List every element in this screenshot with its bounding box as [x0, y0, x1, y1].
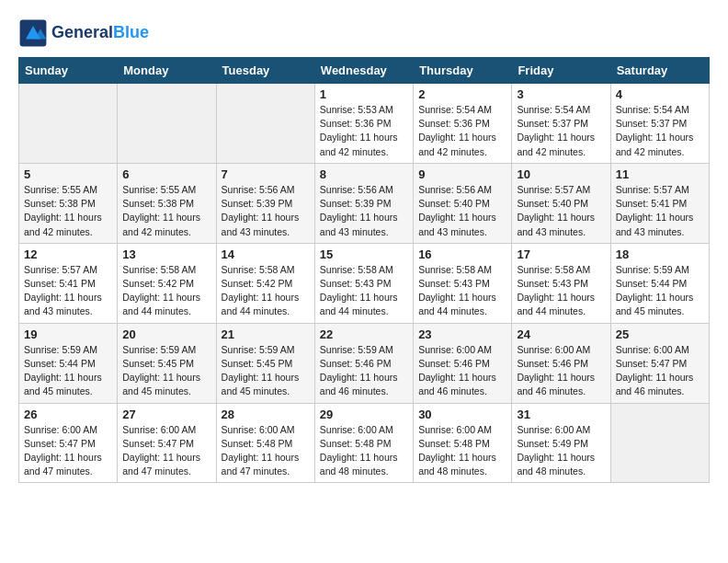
day-cell: 2Sunrise: 5:54 AM Sunset: 5:36 PM Daylig… — [414, 84, 512, 164]
day-cell: 3Sunrise: 5:54 AM Sunset: 5:37 PM Daylig… — [512, 84, 610, 164]
day-cell: 5Sunrise: 5:55 AM Sunset: 5:38 PM Daylig… — [19, 163, 118, 243]
day-cell: 7Sunrise: 5:56 AM Sunset: 5:39 PM Daylig… — [216, 163, 314, 243]
day-cell: 15Sunrise: 5:58 AM Sunset: 5:43 PM Dayli… — [314, 243, 413, 323]
day-number: 20 — [122, 327, 210, 341]
day-number: 7 — [222, 167, 310, 181]
day-content: Sunrise: 5:54 AM Sunset: 5:37 PM Dayligh… — [517, 103, 605, 159]
day-cell: 1Sunrise: 5:53 AM Sunset: 5:36 PM Daylig… — [314, 84, 413, 164]
day-cell: 6Sunrise: 5:55 AM Sunset: 5:38 PM Daylig… — [118, 163, 216, 243]
day-number: 11 — [616, 167, 704, 181]
day-content: Sunrise: 5:59 AM Sunset: 5:45 PM Dayligh… — [222, 343, 310, 399]
day-content: Sunrise: 5:55 AM Sunset: 5:38 PM Dayligh… — [122, 183, 210, 239]
day-content: Sunrise: 6:00 AM Sunset: 5:48 PM Dayligh… — [418, 423, 506, 479]
day-content: Sunrise: 5:57 AM Sunset: 5:41 PM Dayligh… — [616, 183, 704, 239]
day-content: Sunrise: 5:58 AM Sunset: 5:42 PM Dayligh… — [122, 263, 210, 319]
day-cell: 30Sunrise: 6:00 AM Sunset: 5:48 PM Dayli… — [414, 403, 512, 483]
day-content: Sunrise: 5:59 AM Sunset: 5:46 PM Dayligh… — [320, 343, 408, 399]
logo-icon — [18, 18, 48, 48]
day-content: Sunrise: 6:00 AM Sunset: 5:49 PM Dayligh… — [517, 423, 605, 479]
day-content: Sunrise: 6:00 AM Sunset: 5:46 PM Dayligh… — [418, 343, 506, 399]
day-cell — [118, 84, 216, 164]
day-cell — [610, 403, 709, 483]
day-content: Sunrise: 5:54 AM Sunset: 5:37 PM Dayligh… — [616, 103, 704, 159]
day-number: 1 — [320, 87, 408, 101]
day-number: 31 — [517, 408, 605, 421]
day-number: 24 — [517, 327, 605, 341]
day-number: 19 — [24, 327, 112, 341]
day-cell — [19, 84, 118, 164]
day-content: Sunrise: 5:53 AM Sunset: 5:36 PM Dayligh… — [320, 103, 408, 159]
day-cell: 18Sunrise: 5:59 AM Sunset: 5:44 PM Dayli… — [610, 243, 709, 323]
day-number: 3 — [517, 87, 605, 101]
day-cell: 28Sunrise: 6:00 AM Sunset: 5:48 PM Dayli… — [216, 403, 314, 483]
day-content: Sunrise: 5:59 AM Sunset: 5:44 PM Dayligh… — [24, 343, 112, 399]
day-content: Sunrise: 6:00 AM Sunset: 5:46 PM Dayligh… — [517, 343, 605, 399]
day-content: Sunrise: 5:57 AM Sunset: 5:41 PM Dayligh… — [24, 263, 112, 319]
col-header-saturday: Saturday — [610, 58, 709, 84]
day-content: Sunrise: 6:00 AM Sunset: 5:47 PM Dayligh… — [616, 343, 704, 399]
day-cell: 8Sunrise: 5:56 AM Sunset: 5:39 PM Daylig… — [314, 163, 413, 243]
day-content: Sunrise: 6:00 AM Sunset: 5:48 PM Dayligh… — [320, 423, 408, 479]
day-content: Sunrise: 6:00 AM Sunset: 5:48 PM Dayligh… — [222, 423, 310, 479]
day-number: 6 — [122, 167, 210, 181]
day-content: Sunrise: 6:00 AM Sunset: 5:47 PM Dayligh… — [24, 423, 112, 479]
day-number: 14 — [222, 247, 310, 261]
day-content: Sunrise: 5:57 AM Sunset: 5:40 PM Dayligh… — [517, 183, 605, 239]
day-cell: 24Sunrise: 6:00 AM Sunset: 5:46 PM Dayli… — [512, 323, 610, 403]
day-number: 13 — [122, 247, 210, 261]
day-number: 2 — [418, 87, 506, 101]
col-header-tuesday: Tuesday — [216, 58, 314, 84]
day-cell: 23Sunrise: 6:00 AM Sunset: 5:46 PM Dayli… — [414, 323, 512, 403]
day-cell: 12Sunrise: 5:57 AM Sunset: 5:41 PM Dayli… — [19, 243, 118, 323]
col-header-wednesday: Wednesday — [314, 58, 413, 84]
col-header-sunday: Sunday — [19, 58, 118, 84]
logo: GeneralBlue — [18, 18, 149, 48]
day-cell: 27Sunrise: 6:00 AM Sunset: 5:47 PM Dayli… — [118, 403, 216, 483]
day-cell: 4Sunrise: 5:54 AM Sunset: 5:37 PM Daylig… — [610, 84, 709, 164]
col-header-thursday: Thursday — [414, 58, 512, 84]
day-cell: 9Sunrise: 5:56 AM Sunset: 5:40 PM Daylig… — [414, 163, 512, 243]
calendar-table: SundayMondayTuesdayWednesdayThursdayFrid… — [18, 57, 710, 483]
day-cell: 29Sunrise: 6:00 AM Sunset: 5:48 PM Dayli… — [314, 403, 413, 483]
day-cell: 25Sunrise: 6:00 AM Sunset: 5:47 PM Dayli… — [610, 323, 709, 403]
day-content: Sunrise: 5:59 AM Sunset: 5:44 PM Dayligh… — [616, 263, 704, 319]
week-row-3: 12Sunrise: 5:57 AM Sunset: 5:41 PM Dayli… — [19, 243, 710, 323]
day-cell: 22Sunrise: 5:59 AM Sunset: 5:46 PM Dayli… — [314, 323, 413, 403]
day-cell — [216, 84, 314, 164]
day-content: Sunrise: 5:55 AM Sunset: 5:38 PM Dayligh… — [24, 183, 112, 239]
day-number: 26 — [24, 408, 112, 421]
day-number: 30 — [418, 408, 506, 421]
day-content: Sunrise: 6:00 AM Sunset: 5:47 PM Dayligh… — [122, 423, 210, 479]
header-row: SundayMondayTuesdayWednesdayThursdayFrid… — [19, 58, 710, 84]
col-header-monday: Monday — [118, 58, 216, 84]
day-cell: 17Sunrise: 5:58 AM Sunset: 5:43 PM Dayli… — [512, 243, 610, 323]
day-number: 27 — [122, 408, 210, 421]
day-cell: 21Sunrise: 5:59 AM Sunset: 5:45 PM Dayli… — [216, 323, 314, 403]
logo-text: GeneralBlue — [51, 24, 149, 42]
day-number: 28 — [222, 408, 310, 421]
day-content: Sunrise: 5:56 AM Sunset: 5:40 PM Dayligh… — [418, 183, 506, 239]
day-cell: 31Sunrise: 6:00 AM Sunset: 5:49 PM Dayli… — [512, 403, 610, 483]
day-number: 16 — [418, 247, 506, 261]
day-cell: 10Sunrise: 5:57 AM Sunset: 5:40 PM Dayli… — [512, 163, 610, 243]
day-cell: 13Sunrise: 5:58 AM Sunset: 5:42 PM Dayli… — [118, 243, 216, 323]
day-number: 23 — [418, 327, 506, 341]
day-cell: 11Sunrise: 5:57 AM Sunset: 5:41 PM Dayli… — [610, 163, 709, 243]
day-number: 10 — [517, 167, 605, 181]
day-number: 9 — [418, 167, 506, 181]
page-header: GeneralBlue — [18, 18, 710, 48]
day-number: 5 — [24, 167, 112, 181]
day-content: Sunrise: 5:54 AM Sunset: 5:36 PM Dayligh… — [418, 103, 506, 159]
day-number: 15 — [320, 247, 408, 261]
day-number: 21 — [222, 327, 310, 341]
day-number: 29 — [320, 408, 408, 421]
day-cell: 19Sunrise: 5:59 AM Sunset: 5:44 PM Dayli… — [19, 323, 118, 403]
week-row-5: 26Sunrise: 6:00 AM Sunset: 5:47 PM Dayli… — [19, 403, 710, 483]
day-cell: 20Sunrise: 5:59 AM Sunset: 5:45 PM Dayli… — [118, 323, 216, 403]
day-number: 12 — [24, 247, 112, 261]
day-content: Sunrise: 5:56 AM Sunset: 5:39 PM Dayligh… — [222, 183, 310, 239]
week-row-4: 19Sunrise: 5:59 AM Sunset: 5:44 PM Dayli… — [19, 323, 710, 403]
day-number: 22 — [320, 327, 408, 341]
day-cell: 26Sunrise: 6:00 AM Sunset: 5:47 PM Dayli… — [19, 403, 118, 483]
day-number: 8 — [320, 167, 408, 181]
